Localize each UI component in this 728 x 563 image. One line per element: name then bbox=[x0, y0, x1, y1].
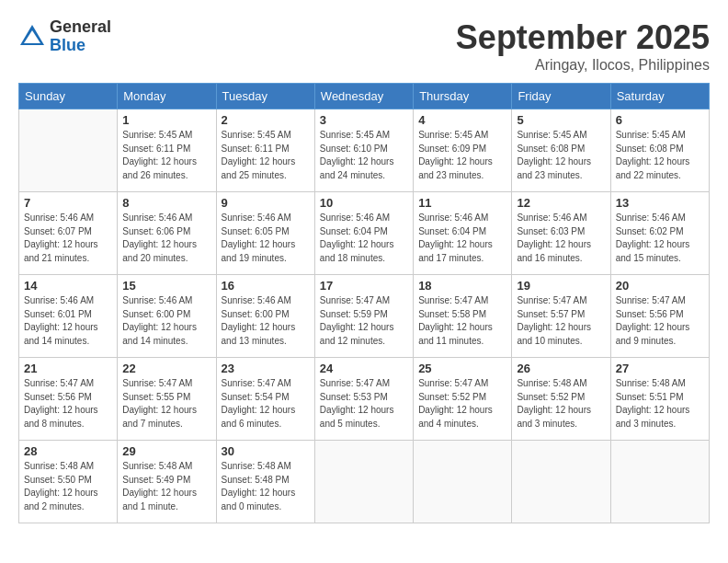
day-info: Sunrise: 5:47 AM Sunset: 5:55 PM Dayligh… bbox=[122, 377, 210, 431]
day-number: 20 bbox=[616, 279, 704, 293]
day-info: Sunrise: 5:47 AM Sunset: 5:53 PM Dayligh… bbox=[320, 377, 408, 431]
day-header-sunday: Sunday bbox=[19, 84, 118, 109]
calendar-cell: 4Sunrise: 5:45 AM Sunset: 6:09 PM Daylig… bbox=[414, 109, 512, 192]
calendar-cell: 9Sunrise: 5:46 AM Sunset: 6:05 PM Daylig… bbox=[216, 192, 314, 275]
day-number: 17 bbox=[320, 279, 408, 293]
day-info: Sunrise: 5:48 AM Sunset: 5:49 PM Dayligh… bbox=[122, 460, 210, 513]
day-number: 16 bbox=[222, 279, 310, 293]
day-number: 5 bbox=[517, 113, 605, 127]
calendar-cell: 14Sunrise: 5:46 AM Sunset: 6:01 PM Dayli… bbox=[19, 275, 118, 358]
day-number: 24 bbox=[320, 362, 408, 375]
day-info: Sunrise: 5:47 AM Sunset: 5:54 PM Dayligh… bbox=[222, 377, 310, 431]
calendar-cell: 2Sunrise: 5:45 AM Sunset: 6:11 PM Daylig… bbox=[216, 109, 314, 192]
logo-icon bbox=[18, 23, 46, 51]
day-header-tuesday: Tuesday bbox=[216, 84, 314, 109]
day-number: 23 bbox=[222, 362, 310, 375]
day-info: Sunrise: 5:48 AM Sunset: 5:51 PM Dayligh… bbox=[616, 377, 704, 431]
calendar-cell: 7Sunrise: 5:46 AM Sunset: 6:07 PM Daylig… bbox=[19, 192, 118, 275]
day-number: 29 bbox=[122, 444, 210, 458]
day-info: Sunrise: 5:46 AM Sunset: 6:04 PM Dayligh… bbox=[418, 212, 506, 265]
day-info: Sunrise: 5:46 AM Sunset: 6:04 PM Dayligh… bbox=[320, 212, 408, 265]
day-number: 19 bbox=[517, 279, 605, 293]
day-info: Sunrise: 5:46 AM Sunset: 6:02 PM Dayligh… bbox=[616, 212, 704, 265]
calendar-cell: 24Sunrise: 5:47 AM Sunset: 5:53 PM Dayli… bbox=[314, 358, 413, 441]
calendar-cell: 10Sunrise: 5:46 AM Sunset: 6:04 PM Dayli… bbox=[314, 192, 413, 275]
day-number: 3 bbox=[320, 113, 408, 127]
calendar-cell: 8Sunrise: 5:46 AM Sunset: 6:06 PM Daylig… bbox=[118, 192, 216, 275]
logo: General Blue bbox=[18, 18, 111, 55]
day-info: Sunrise: 5:47 AM Sunset: 5:58 PM Dayligh… bbox=[418, 294, 506, 348]
day-number: 26 bbox=[517, 362, 605, 375]
day-info: Sunrise: 5:45 AM Sunset: 6:11 PM Dayligh… bbox=[122, 129, 210, 182]
day-number: 7 bbox=[24, 196, 112, 210]
calendar-cell: 25Sunrise: 5:47 AM Sunset: 5:52 PM Dayli… bbox=[414, 358, 512, 441]
logo-blue: Blue bbox=[50, 37, 111, 55]
calendar-week-4: 21Sunrise: 5:47 AM Sunset: 5:56 PM Dayli… bbox=[19, 358, 710, 441]
calendar-cell: 11Sunrise: 5:46 AM Sunset: 6:04 PM Dayli… bbox=[414, 192, 512, 275]
logo-general: General bbox=[50, 18, 111, 37]
day-info: Sunrise: 5:45 AM Sunset: 6:11 PM Dayligh… bbox=[222, 129, 310, 182]
day-number: 1 bbox=[122, 113, 210, 127]
calendar-cell: 19Sunrise: 5:47 AM Sunset: 5:57 PM Dayli… bbox=[512, 275, 610, 358]
day-info: Sunrise: 5:47 AM Sunset: 5:59 PM Dayligh… bbox=[320, 294, 408, 348]
calendar-cell: 29Sunrise: 5:48 AM Sunset: 5:49 PM Dayli… bbox=[118, 441, 216, 523]
calendar-week-3: 14Sunrise: 5:46 AM Sunset: 6:01 PM Dayli… bbox=[19, 275, 710, 358]
day-number: 11 bbox=[418, 196, 506, 210]
day-number: 25 bbox=[418, 362, 506, 375]
calendar-cell: 16Sunrise: 5:46 AM Sunset: 6:00 PM Dayli… bbox=[216, 275, 314, 358]
calendar-header-row: SundayMondayTuesdayWednesdayThursdayFrid… bbox=[19, 84, 710, 109]
day-number: 27 bbox=[616, 362, 704, 375]
calendar-cell: 3Sunrise: 5:45 AM Sunset: 6:10 PM Daylig… bbox=[314, 109, 413, 192]
day-number: 12 bbox=[517, 196, 605, 210]
calendar-week-1: 1Sunrise: 5:45 AM Sunset: 6:11 PM Daylig… bbox=[19, 109, 710, 192]
calendar-cell: 13Sunrise: 5:46 AM Sunset: 6:02 PM Dayli… bbox=[610, 192, 709, 275]
day-header-saturday: Saturday bbox=[610, 84, 709, 109]
day-number: 30 bbox=[222, 444, 310, 458]
day-info: Sunrise: 5:47 AM Sunset: 5:52 PM Dayligh… bbox=[418, 377, 506, 431]
title-block: September 2025 Aringay, Ilocos, Philippi… bbox=[456, 18, 710, 74]
calendar-cell: 15Sunrise: 5:46 AM Sunset: 6:00 PM Dayli… bbox=[118, 275, 216, 358]
calendar-cell: 6Sunrise: 5:45 AM Sunset: 6:08 PM Daylig… bbox=[610, 109, 709, 192]
month-title: September 2025 bbox=[456, 18, 710, 57]
day-info: Sunrise: 5:46 AM Sunset: 6:03 PM Dayligh… bbox=[517, 212, 605, 265]
day-info: Sunrise: 5:46 AM Sunset: 6:05 PM Dayligh… bbox=[222, 212, 310, 265]
day-info: Sunrise: 5:46 AM Sunset: 6:01 PM Dayligh… bbox=[24, 294, 112, 348]
calendar-week-2: 7Sunrise: 5:46 AM Sunset: 6:07 PM Daylig… bbox=[19, 192, 710, 275]
calendar-cell bbox=[610, 441, 709, 523]
day-info: Sunrise: 5:48 AM Sunset: 5:52 PM Dayligh… bbox=[517, 377, 605, 431]
day-number: 14 bbox=[24, 279, 112, 293]
day-number: 22 bbox=[122, 362, 210, 375]
day-header-friday: Friday bbox=[512, 84, 610, 109]
day-info: Sunrise: 5:45 AM Sunset: 6:08 PM Dayligh… bbox=[517, 129, 605, 182]
day-number: 4 bbox=[418, 113, 506, 127]
day-number: 28 bbox=[24, 444, 112, 458]
day-info: Sunrise: 5:46 AM Sunset: 6:06 PM Dayligh… bbox=[122, 212, 210, 265]
day-info: Sunrise: 5:46 AM Sunset: 6:00 PM Dayligh… bbox=[122, 294, 210, 348]
calendar-week-5: 28Sunrise: 5:48 AM Sunset: 5:50 PM Dayli… bbox=[19, 441, 710, 523]
day-info: Sunrise: 5:47 AM Sunset: 5:56 PM Dayligh… bbox=[616, 294, 704, 348]
page-header: General Blue September 2025 Aringay, Ilo… bbox=[18, 18, 710, 74]
day-number: 8 bbox=[122, 196, 210, 210]
day-info: Sunrise: 5:46 AM Sunset: 6:07 PM Dayligh… bbox=[24, 212, 112, 265]
calendar-cell: 21Sunrise: 5:47 AM Sunset: 5:56 PM Dayli… bbox=[19, 358, 118, 441]
calendar-cell: 12Sunrise: 5:46 AM Sunset: 6:03 PM Dayli… bbox=[512, 192, 610, 275]
day-number: 13 bbox=[616, 196, 704, 210]
day-number: 2 bbox=[222, 113, 310, 127]
calendar-cell: 27Sunrise: 5:48 AM Sunset: 5:51 PM Dayli… bbox=[610, 358, 709, 441]
calendar-cell: 5Sunrise: 5:45 AM Sunset: 6:08 PM Daylig… bbox=[512, 109, 610, 192]
day-info: Sunrise: 5:48 AM Sunset: 5:50 PM Dayligh… bbox=[24, 460, 112, 513]
calendar-table: SundayMondayTuesdayWednesdayThursdayFrid… bbox=[18, 83, 710, 523]
calendar-cell: 26Sunrise: 5:48 AM Sunset: 5:52 PM Dayli… bbox=[512, 358, 610, 441]
calendar-cell: 1Sunrise: 5:45 AM Sunset: 6:11 PM Daylig… bbox=[118, 109, 216, 192]
day-info: Sunrise: 5:46 AM Sunset: 6:00 PM Dayligh… bbox=[222, 294, 310, 348]
day-number: 18 bbox=[418, 279, 506, 293]
calendar-cell bbox=[314, 441, 413, 523]
calendar-cell: 22Sunrise: 5:47 AM Sunset: 5:55 PM Dayli… bbox=[118, 358, 216, 441]
day-number: 10 bbox=[320, 196, 408, 210]
day-info: Sunrise: 5:47 AM Sunset: 5:56 PM Dayligh… bbox=[24, 377, 112, 431]
day-header-monday: Monday bbox=[118, 84, 216, 109]
day-header-thursday: Thursday bbox=[414, 84, 512, 109]
day-info: Sunrise: 5:45 AM Sunset: 6:08 PM Dayligh… bbox=[616, 129, 704, 182]
day-number: 9 bbox=[222, 196, 310, 210]
calendar-cell: 18Sunrise: 5:47 AM Sunset: 5:58 PM Dayli… bbox=[414, 275, 512, 358]
